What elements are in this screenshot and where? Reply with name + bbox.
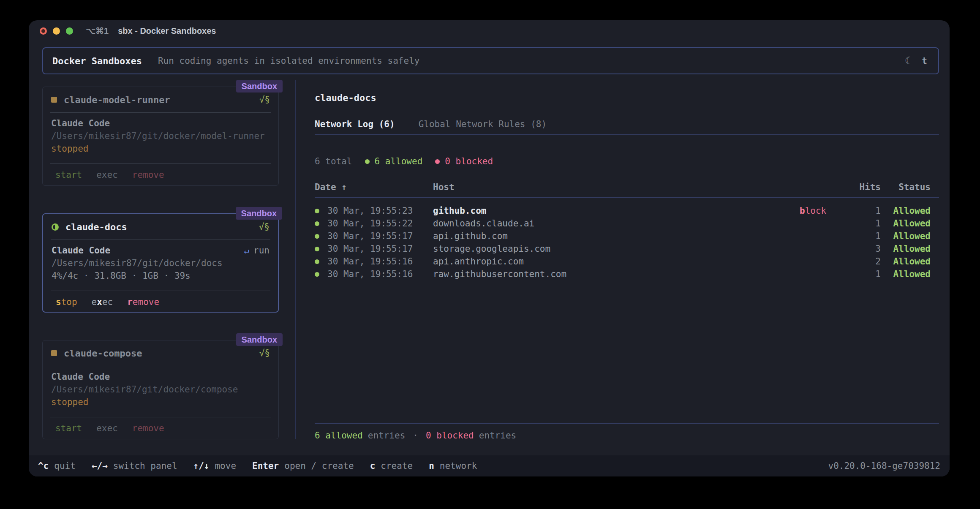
hits-cell: 2 — [847, 256, 881, 267]
keybind-network[interactable]: nnetwork — [429, 461, 477, 471]
return-key-icon: ↵ — [244, 245, 249, 256]
card-actions: stop exec remove — [43, 291, 278, 313]
sandbox-name: claude-compose — [64, 348, 142, 359]
allowed-count: 6 allowed — [365, 156, 423, 166]
block-action-link[interactable]: block — [800, 206, 847, 216]
exec-button[interactable]: exec — [92, 297, 113, 307]
agent-label: Claude Code — [51, 117, 110, 130]
total-count: 6 total — [315, 156, 352, 166]
sandbox-card-claude-model-runner[interactable]: Sandbox claude-model-runner √§ Claude Co… — [42, 87, 279, 186]
network-log-row[interactable]: 30 Mar, 19:55:17 api.github.com 1 Allowe… — [315, 230, 936, 242]
network-log-row[interactable]: 30 Mar, 19:55:16 api.anthropic.com 2 All… — [315, 255, 936, 268]
sandbox-badge: Sandbox — [236, 207, 282, 220]
status-cell: Allowed — [881, 206, 936, 216]
network-log-row[interactable]: 30 Mar, 19:55:17 storage.googleapis.com … — [315, 242, 936, 255]
sandbox-card-claude-docs[interactable]: Sandbox claude-docs √§ Claude Code ↵run … — [42, 213, 279, 313]
project-path: /Users/mikesir87/git/docker/compose — [51, 383, 270, 396]
app-title: Docker Sandboxes — [52, 56, 142, 66]
table-header: Date ↑ Host Hits Status — [315, 181, 936, 193]
host-cell: github.com — [433, 206, 800, 216]
status-cell: Allowed — [881, 231, 936, 241]
window-title: sbx - Docker Sandboxes — [118, 26, 216, 36]
host-cell: downloads.claude.ai — [433, 218, 800, 229]
project-path: /Users/mikesir87/git/docker/model-runner — [51, 130, 270, 142]
col-host[interactable]: Host — [433, 182, 800, 192]
exec-button[interactable]: exec — [96, 423, 118, 433]
remove-button[interactable]: remove — [132, 423, 164, 433]
col-date[interactable]: Date ↑ — [315, 182, 433, 192]
blocked-dot-icon — [435, 159, 440, 164]
hits-cell: 1 — [847, 231, 881, 241]
allowed-dot-icon — [315, 272, 327, 277]
hits-cell: 1 — [847, 206, 881, 216]
version-label: v0.20.0-168-ge7039812 — [828, 461, 940, 471]
col-status[interactable]: Status — [881, 182, 936, 192]
log-footer: 6 allowedentries·0 blockedentries — [315, 429, 516, 442]
allowed-dot-icon — [315, 209, 327, 213]
table-header-divider — [315, 197, 939, 198]
detail-tabs: Network Log (6) Global Network Rules (8) — [315, 118, 547, 131]
start-button[interactable]: start — [55, 423, 82, 433]
network-log-row[interactable]: 30 Mar, 19:55:23 github.com block 1 Allo… — [315, 204, 936, 217]
hits-cell: 1 — [847, 269, 881, 279]
blocked-count: 0 blocked — [435, 156, 493, 166]
keybind-open-create[interactable]: Enteropen / create — [252, 461, 354, 471]
card-actions: start exec remove — [43, 417, 278, 439]
exec-button[interactable]: exec — [96, 170, 118, 180]
remove-button[interactable]: remove — [132, 170, 164, 180]
terminal-window: ⌥⌘1 sbx - Docker Sandboxes Docker Sandbo… — [29, 20, 950, 476]
log-summary: 6 total 6 allowed 0 blocked — [315, 155, 493, 168]
check-glyphs: √§ — [259, 95, 270, 105]
network-log-rows: 30 Mar, 19:55:23 github.com block 1 Allo… — [315, 204, 936, 280]
card-info: Claude Code /Users/mikesir87/git/docker/… — [43, 366, 278, 417]
running-status-icon — [52, 223, 59, 231]
host-cell: storage.googleapis.com — [433, 244, 800, 254]
keybind-quit[interactable]: ^cquit — [38, 461, 76, 471]
keybind-create[interactable]: ccreate — [370, 461, 413, 471]
tabs-divider — [315, 134, 939, 135]
tab-shortcut: ⌥⌘1 — [86, 26, 109, 36]
check-glyphs: √§ — [259, 348, 270, 358]
status-label: stopped — [51, 142, 270, 155]
col-hits[interactable]: Hits — [847, 182, 881, 192]
keybind-move[interactable]: ↑/↓move — [193, 461, 237, 471]
network-log-row[interactable]: 30 Mar, 19:55:16 raw.githubusercontent.c… — [315, 268, 936, 280]
host-cell: api.anthropic.com — [433, 256, 800, 267]
hits-cell: 1 — [847, 218, 881, 229]
keybind-switch-panel[interactable]: ←/→switch panel — [92, 461, 177, 471]
panel-divider — [295, 80, 296, 439]
check-glyphs: √§ — [259, 222, 270, 232]
allowed-dot-icon — [315, 259, 327, 264]
status-cell: Allowed — [881, 218, 936, 229]
allowed-dot-icon — [315, 221, 327, 226]
detail-panel: claude-docs Network Log (6) Global Netwo… — [315, 20, 936, 476]
host-cell: raw.githubusercontent.com — [433, 269, 800, 279]
minimize-button[interactable] — [53, 27, 60, 35]
status-cell: Allowed — [881, 256, 936, 267]
card-info: Claude Code /Users/mikesir87/git/docker/… — [43, 113, 278, 163]
remove-button[interactable]: remove — [127, 297, 159, 307]
run-hint-label: run — [253, 245, 270, 256]
status-cell: Allowed — [881, 269, 936, 279]
maximize-button[interactable] — [66, 27, 73, 35]
allowed-dot-icon — [315, 247, 327, 251]
agent-label: Claude Code — [51, 370, 110, 383]
status-cell: Allowed — [881, 244, 936, 254]
stop-button[interactable]: stop — [56, 297, 77, 307]
network-log-row[interactable]: 30 Mar, 19:55:22 downloads.claude.ai 1 A… — [315, 217, 936, 230]
sandbox-badge: Sandbox — [236, 80, 283, 93]
host-cell: api.github.com — [433, 231, 800, 241]
status-label: stopped — [51, 396, 270, 408]
card-actions: start exec remove — [43, 164, 278, 186]
dot-separator: · — [413, 430, 418, 441]
tab-network-log[interactable]: Network Log (6) — [315, 118, 395, 131]
tab-global-network-rules[interactable]: Global Network Rules (8) — [419, 118, 547, 131]
detail-title: claude-docs — [315, 92, 376, 104]
run-hint[interactable]: ↵run — [244, 244, 270, 257]
project-path: /Users/mikesir87/git/docker/docs — [52, 257, 270, 269]
sandbox-card-claude-compose[interactable]: Sandbox claude-compose √§ Claude Code /U… — [42, 340, 279, 439]
start-button[interactable]: start — [55, 170, 82, 180]
footer-blocked-count: 0 blocked — [426, 430, 474, 441]
allowed-dot-icon — [315, 234, 327, 239]
close-button[interactable] — [40, 27, 47, 35]
